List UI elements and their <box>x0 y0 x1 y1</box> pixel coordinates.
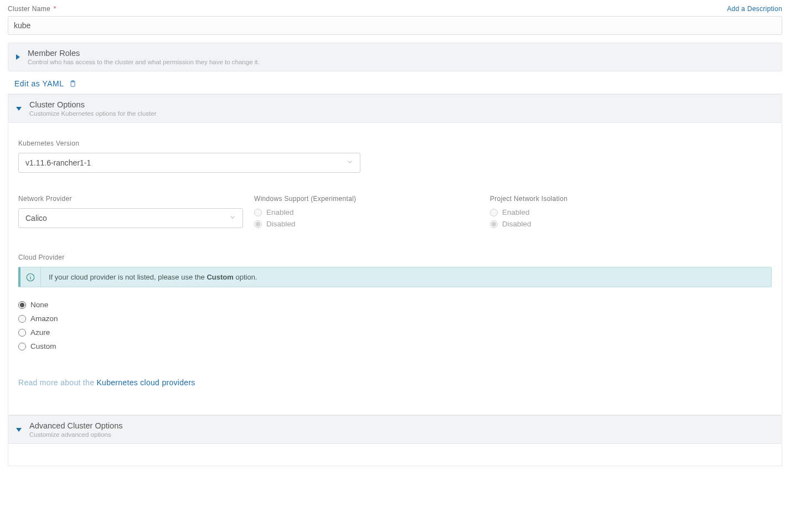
k8s-version-select[interactable]: v1.11.6-rancher1-1 <box>18 153 360 173</box>
network-provider-label: Network Provider <box>18 195 254 203</box>
windows-support-disabled-label: Disabled <box>266 220 296 228</box>
project-isolation-disabled-radio[interactable] <box>490 220 498 228</box>
project-isolation-disabled-option[interactable]: Disabled <box>490 220 772 228</box>
cluster-name-label: Cluster Name <box>8 5 50 13</box>
project-isolation-label: Project Network Isolation <box>490 195 772 203</box>
advanced-options-subtitle: Customize advanced options <box>29 431 122 438</box>
clipboard-icon <box>69 80 76 87</box>
read-more-prefix: Read more about the <box>18 378 96 387</box>
member-roles-title: Member Roles <box>28 49 260 58</box>
cloud-provider-none-radio[interactable] <box>18 301 26 309</box>
add-description-link[interactable]: Add a Description <box>727 5 782 13</box>
cloud-provider-custom-label: Custom <box>30 342 56 350</box>
cluster-options-body: Kubernetes Version v1.11.6-rancher1-1 Ne… <box>8 123 782 415</box>
read-more-row: Read more about the Kubernetes cloud pro… <box>18 378 772 387</box>
cloud-provider-azure-label: Azure <box>30 328 50 337</box>
required-indicator: * <box>54 4 56 13</box>
windows-support-disabled-option[interactable]: Disabled <box>254 220 490 228</box>
cloud-provider-azure-option[interactable]: Azure <box>18 328 772 337</box>
project-isolation-disabled-label: Disabled <box>502 220 531 228</box>
banner-text-suffix: option. <box>234 273 257 281</box>
chevron-down-icon <box>16 428 22 432</box>
k8s-cloud-providers-link[interactable]: Kubernetes cloud providers <box>96 378 195 387</box>
windows-support-enabled-option[interactable]: Enabled <box>254 208 490 216</box>
svg-point-4 <box>30 275 30 275</box>
edit-as-yaml-link[interactable]: Edit as YAML <box>14 79 76 88</box>
k8s-version-label: Kubernetes Version <box>18 140 772 147</box>
cloud-provider-none-label: None <box>30 301 48 309</box>
member-roles-header[interactable]: Member Roles Control who has access to t… <box>8 43 782 71</box>
windows-support-enabled-label: Enabled <box>266 208 294 216</box>
network-provider-select[interactable]: Calico <box>18 208 243 228</box>
advanced-options-header[interactable]: Advanced Cluster Options Customize advan… <box>8 415 782 444</box>
chevron-right-icon <box>16 54 20 60</box>
windows-support-disabled-radio[interactable] <box>254 220 262 228</box>
cluster-options-subtitle: Customize Kubernetes options for the clu… <box>29 110 156 117</box>
cloud-provider-amazon-option[interactable]: Amazon <box>18 314 772 323</box>
edit-as-yaml-label: Edit as YAML <box>14 79 64 88</box>
project-isolation-enabled-radio[interactable] <box>490 209 498 216</box>
chevron-down-icon <box>16 107 22 111</box>
cloud-provider-amazon-radio[interactable] <box>18 315 26 323</box>
cloud-provider-azure-radio[interactable] <box>18 329 26 337</box>
member-roles-subtitle: Control who has access to the cluster an… <box>28 59 260 65</box>
cloud-provider-custom-radio[interactable] <box>18 343 26 350</box>
project-isolation-enabled-label: Enabled <box>502 208 530 216</box>
windows-support-label: Windows Support (Experimental) <box>254 195 490 203</box>
info-icon <box>25 272 35 282</box>
banner-text-prefix: If your cloud provider is not listed, pl… <box>49 273 206 281</box>
cloud-provider-info-banner: If your cloud provider is not listed, pl… <box>18 267 772 287</box>
project-isolation-enabled-option[interactable]: Enabled <box>490 208 772 216</box>
cluster-options-header[interactable]: Cluster Options Customize Kubernetes opt… <box>8 94 782 123</box>
cluster-name-input[interactable] <box>8 16 782 35</box>
cloud-provider-custom-option[interactable]: Custom <box>18 342 772 350</box>
cloud-provider-amazon-label: Amazon <box>30 314 58 323</box>
cloud-provider-label: Cloud Provider <box>18 254 772 261</box>
cloud-provider-none-option[interactable]: None <box>18 301 772 309</box>
cluster-options-title: Cluster Options <box>29 100 156 109</box>
windows-support-enabled-radio[interactable] <box>254 209 262 216</box>
advanced-options-title: Advanced Cluster Options <box>29 421 122 430</box>
advanced-options-body <box>8 444 782 466</box>
banner-text-bold: Custom <box>206 273 233 281</box>
